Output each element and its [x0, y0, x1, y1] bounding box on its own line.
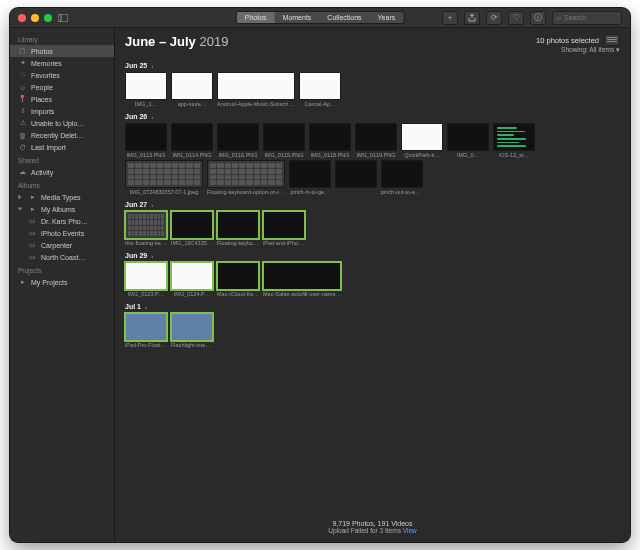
sidebar-item[interactable]: ⏱Last Import [10, 141, 114, 153]
sidebar-toggle-icon[interactable] [58, 13, 68, 23]
library-count: 9,719 Photos, 191 Videos [115, 520, 630, 527]
thumbnail-caption: QuickPath-k… [404, 152, 439, 158]
tab-collections[interactable]: Collections [319, 12, 369, 23]
minimize-window[interactable] [31, 14, 39, 22]
memories-icon: ✦ [18, 59, 27, 68]
album-icon: ▭ [28, 229, 37, 238]
sidebar-item[interactable]: ☺People [10, 81, 114, 93]
photo-thumbnail[interactable]: IMG_0114.PNG [171, 123, 213, 158]
album-icon: ▭ [28, 253, 37, 262]
sidebar-item[interactable]: ▸My Projects [10, 276, 114, 288]
thumbnail-caption: iPad-and-iPhone… [263, 240, 305, 246]
rotate-button[interactable]: ⟳ [486, 11, 502, 25]
sidebar-item[interactable]: ▭iPhoto Events [10, 227, 114, 239]
photo-grid: Jun 25›IMG_1…app-store…Android-Apple-Mus… [115, 56, 630, 516]
thumbnail-caption: IMG_0113.PNG [126, 152, 165, 158]
moment-header[interactable]: Jul 1› [125, 303, 620, 310]
sidebar-item[interactable]: ✦Memories [10, 57, 114, 69]
sidebar-item[interactable]: ▭Dr. Kars Pho… [10, 215, 114, 227]
photo-thumbnail[interactable]: IMG_0116.PNG [217, 123, 259, 158]
footer: 9,719 Photos, 191 Videos Upload Failed f… [115, 516, 630, 542]
thumbnail-caption: IMG_0123.P… [128, 291, 164, 297]
photo-thumbnail[interactable]: IMG_19C4335A53… [171, 211, 213, 246]
sidebar-item[interactable]: 🗑Recently Delet… [10, 129, 114, 141]
info-button[interactable]: ⓘ [530, 11, 546, 25]
search-input[interactable] [564, 14, 617, 21]
tab-years[interactable]: Years [370, 12, 404, 23]
photo-thumbnail[interactable]: IMG_0124.P… [171, 262, 213, 297]
tab-photos[interactable]: Photos [237, 12, 275, 23]
imports-icon: ⇩ [18, 107, 27, 116]
photo-thumbnail[interactable]: Floating-keyboard-option-on-iPadOS-full-… [207, 160, 285, 195]
thumbnail-size-button[interactable] [604, 34, 620, 46]
photo-thumbnail[interactable]: IMG_0123.P… [125, 262, 167, 297]
folder-icon: ▸ [28, 193, 37, 202]
photo-thumbnail[interactable]: IMG_0119.PNG [355, 123, 397, 158]
sidebar-item-label: Photos [31, 48, 53, 55]
view-tabs: Photos Moments Collections Years [236, 11, 405, 24]
titlebar: Photos Moments Collections Years ＋ ⟳ ♡ ⓘ… [10, 8, 630, 28]
sidebar-item-label: Favorites [31, 72, 60, 79]
photo-thumbnail[interactable]: IMG_0… [447, 123, 489, 158]
sidebar-item[interactable]: ☁Activity [10, 166, 114, 178]
thumbnail-caption: Flashlight-inten… [171, 342, 213, 348]
photo-thumbnail[interactable]: pinch-in-to-ge… [289, 160, 331, 195]
upload-warning-link[interactable]: View [403, 527, 417, 534]
moment-header[interactable]: Jun 26› [125, 113, 620, 120]
photo-thumbnail[interactable]: Mac-iCloud-Keyc… [217, 262, 259, 297]
thumbnail-caption: pinch-in-to-ge… [290, 189, 329, 195]
photo-thumbnail[interactable]: Flashlight-inten… [171, 313, 213, 348]
photo-thumbnail[interactable]: app-store… [171, 72, 213, 107]
thumbnail-caption: Cancel-Ap… [304, 101, 335, 107]
showing-label: Showing: [561, 46, 588, 53]
photo-thumbnail[interactable]: pinch-out-to-expand-floating-keyboard-t… [381, 160, 423, 195]
sidebar-item-label: Memories [31, 60, 62, 67]
photo-thumbnail[interactable]: IMG_0118.PNG [309, 123, 351, 158]
search-field[interactable]: ⌕ [552, 11, 622, 25]
photo-thumbnail[interactable]: Cancel-Ap… [299, 72, 341, 107]
photo-thumbnail[interactable]: Floating-keyboar… [217, 211, 259, 246]
showing-filter[interactable]: All Items ▾ [589, 46, 620, 53]
photo-thumbnail[interactable]: IMG_1… [125, 72, 167, 107]
tab-moments[interactable]: Moments [275, 12, 320, 23]
sidebar-item[interactable]: ▸Media Types [10, 191, 114, 203]
upload-warning: Upload Failed for 3 Items [328, 527, 401, 534]
zoom-window[interactable] [44, 14, 52, 22]
photo-thumbnail[interactable]: Mac-Safari-autofill-user-names-and-passw… [263, 262, 341, 297]
thumbnail-caption: Android-Apple-Music-Subscription.jpg [217, 101, 295, 107]
disclosure-icon[interactable] [18, 207, 23, 210]
sidebar-item[interactable]: ♡Favorites [10, 69, 114, 81]
sidebar-item[interactable]: ▢Photos [10, 45, 114, 57]
sidebar-item[interactable]: ▸My Albums [10, 203, 114, 215]
activity-icon: ☁ [18, 168, 27, 177]
window-controls [18, 14, 52, 22]
sidebar-item[interactable]: ▭Carpenter [10, 239, 114, 251]
disclosure-icon[interactable] [18, 195, 21, 200]
photo-thumbnail[interactable]: QuickPath-k… [401, 123, 443, 158]
svg-rect-0 [58, 14, 68, 22]
photo-thumbnail[interactable]: this-floating-keyboard-handle-to-spring-… [125, 211, 167, 246]
photo-thumbnail[interactable] [335, 160, 377, 195]
sidebar-item[interactable]: ⚠Unable to Uplo… [10, 117, 114, 129]
photo-thumbnail[interactable]: Android-Apple-Music-Subscription.jpg [217, 72, 295, 107]
photo-thumbnail[interactable]: IMG_0724830357.07-1.jpeg [125, 160, 203, 195]
sidebar-item[interactable]: ▭North Coast… [10, 251, 114, 263]
photo-thumbnail[interactable]: iOS-13_st… [493, 123, 535, 158]
moment-header[interactable]: Jun 25› [125, 62, 620, 69]
moment-header[interactable]: Jun 29› [125, 252, 620, 259]
search-icon: ⌕ [557, 14, 561, 21]
favorite-button[interactable]: ♡ [508, 11, 524, 25]
photo-thumbnail[interactable]: iPad-Pro-Floating… [125, 313, 167, 348]
sidebar-item[interactable]: ⇩Imports [10, 105, 114, 117]
close-window[interactable] [18, 14, 26, 22]
share-button[interactable] [464, 11, 480, 25]
thumbnail-caption: iOS-13_st… [499, 152, 529, 158]
moment-header[interactable]: Jun 27› [125, 201, 620, 208]
photo-thumbnail[interactable]: iPad-and-iPhone… [263, 211, 305, 246]
folder-icon: ▸ [18, 278, 27, 287]
photo-thumbnail[interactable]: IMG_0115.PNG [263, 123, 305, 158]
album-icon: ▭ [28, 241, 37, 250]
add-button[interactable]: ＋ [442, 11, 458, 25]
photo-thumbnail[interactable]: IMG_0113.PNG [125, 123, 167, 158]
sidebar-item[interactable]: 📍Places [10, 93, 114, 105]
